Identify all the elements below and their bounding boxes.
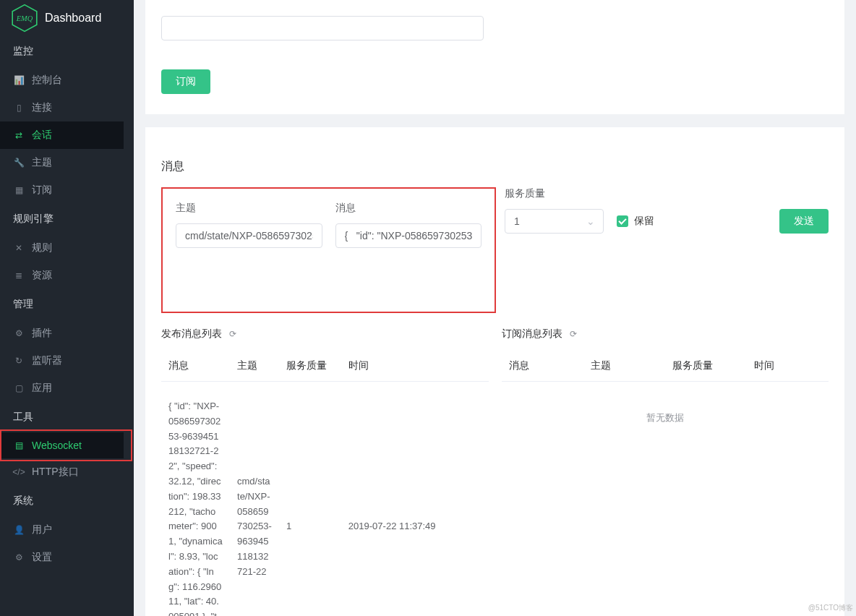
sidebar-item-label: 规则 <box>32 241 52 254</box>
retain-label: 保留 <box>634 215 654 228</box>
sidebar-item-websocket[interactable]: ▤Websocket <box>0 432 124 458</box>
sidebar-item-label: 监听器 <box>32 354 62 367</box>
sidebar-item-label: 资源 <box>32 269 52 282</box>
rss-icon: ▦ <box>13 184 25 196</box>
brand-logo-icon: EMQ <box>10 4 39 33</box>
publish-list: 发布消息列表 ⟳ 消息 主题 服务质量 时间 <box>161 328 489 616</box>
sidebar-section-tools: 工具 <box>0 402 124 432</box>
sidebar-item-label: 用户 <box>32 523 52 536</box>
retain-checkbox[interactable] <box>617 215 628 227</box>
subscribe-list: 订阅消息列表 ⟳ 消息 主题 服务质量 时间 <box>502 328 829 616</box>
swap-icon: ⇄ <box>13 129 25 141</box>
sidebar-section-rules: 规则引擎 <box>0 204 124 234</box>
sidebar-section-monitor: 监控 <box>0 36 124 67</box>
cell-time: 2019-07-22 11:37:49 <box>341 382 489 617</box>
sidebar: EMQ Dashboard 监控 📊控制台 ▯连接 ⇄会话 🔧主题 ▦订阅 规则… <box>0 0 134 616</box>
sidebar-item-plugins[interactable]: ⚙插件 <box>0 320 124 347</box>
qos-select[interactable] <box>505 209 604 234</box>
col-msg: 消息 <box>161 351 230 382</box>
list-icon: ≣ <box>13 270 25 281</box>
col-topic: 主题 <box>230 351 279 382</box>
subscribe-table: 消息 主题 服务质量 时间 暂无数据 <box>502 351 829 455</box>
cell-qos: 1 <box>279 382 341 617</box>
brand-title: Dashboard <box>45 12 101 25</box>
qos-label: 服务质量 <box>505 187 604 200</box>
message-card: 消息 主题 消息 <box>145 127 844 616</box>
topic-label: 主题 <box>176 202 322 215</box>
app-icon: ▢ <box>13 382 25 394</box>
sidebar-item-label: 主题 <box>32 156 52 169</box>
subscribe-card-fragment: 订阅 <box>145 0 844 114</box>
col-qos: 服务质量 <box>665 351 747 382</box>
sidebar-item-console[interactable]: 📊控制台 <box>0 67 124 94</box>
message-label: 消息 <box>335 202 482 215</box>
refresh-icon[interactable]: ⟳ <box>570 329 577 339</box>
refresh-icon[interactable]: ⟳ <box>229 329 236 339</box>
cell-topic: cmd/state/NXP-058659730253-9639451181327… <box>230 382 279 617</box>
col-time: 时间 <box>341 351 489 382</box>
empty-row: 暂无数据 <box>502 382 829 455</box>
publish-table: 消息 主题 服务质量 时间 { "id": "NXP-058659730253-… <box>161 351 489 616</box>
svg-text:EMQ: EMQ <box>16 14 33 22</box>
bar-chart-icon: 📊 <box>13 74 25 86</box>
sidebar-item-label: Websocket <box>32 440 82 451</box>
sidebar-item-apps[interactable]: ▢应用 <box>0 375 124 402</box>
user-icon: 👤 <box>13 524 25 536</box>
sidebar-item-topic[interactable]: 🔧主题 <box>0 149 124 176</box>
subscribe-topic-input[interactable] <box>161 16 484 40</box>
col-topic: 主题 <box>583 351 665 382</box>
sidebar-item-label: 设置 <box>32 551 52 564</box>
publish-list-title: 发布消息列表 <box>161 328 222 341</box>
websocket-icon: ▤ <box>13 440 25 451</box>
message-input[interactable] <box>335 223 482 248</box>
sidebar-item-http-api[interactable]: </>HTTP接口 <box>0 458 124 486</box>
sidebar-item-connection[interactable]: ▯连接 <box>0 94 124 121</box>
sidebar-item-resources[interactable]: ≣资源 <box>0 262 124 289</box>
gear-icon: ⚙ <box>13 552 25 563</box>
wrench-icon: 🔧 <box>13 157 25 168</box>
topic-input[interactable] <box>176 223 322 248</box>
empty-text: 暂无数据 <box>502 382 829 455</box>
sidebar-item-label: 插件 <box>32 327 52 340</box>
main-content: 订阅 消息 主题 消息 <box>134 0 856 616</box>
sidebar-item-users[interactable]: 👤用户 <box>0 516 124 544</box>
col-time: 时间 <box>747 351 829 382</box>
brand: EMQ Dashboard <box>0 0 124 36</box>
sidebar-item-settings[interactable]: ⚙设置 <box>0 544 124 571</box>
send-button[interactable]: 发送 <box>779 209 829 234</box>
col-qos: 服务质量 <box>279 351 341 382</box>
subscribe-button[interactable]: 订阅 <box>161 69 210 94</box>
sidebar-item-subscribe[interactable]: ▦订阅 <box>0 176 124 204</box>
refresh-icon: ↻ <box>13 355 25 367</box>
sidebar-item-rules[interactable]: ✕规则 <box>0 234 124 262</box>
shuffle-icon: ✕ <box>13 242 25 254</box>
message-highlight-frame: 主题 消息 <box>161 187 496 313</box>
message-card-header: 消息 <box>161 143 829 174</box>
col-msg: 消息 <box>502 351 583 382</box>
plugin-icon: ⚙ <box>13 328 25 339</box>
sidebar-section-manage: 管理 <box>0 289 124 320</box>
sidebar-item-label: 应用 <box>32 382 52 395</box>
sidebar-item-label: HTTP接口 <box>32 466 79 479</box>
code-icon: </> <box>13 466 25 478</box>
sidebar-item-label: 连接 <box>32 101 52 114</box>
cell-msg: { "id": "NXP-058659730253-96394511813272… <box>161 382 230 617</box>
table-row: { "id": "NXP-058659730253-96394511813272… <box>161 382 489 617</box>
sidebar-section-system: 系统 <box>0 486 124 516</box>
sidebar-item-label: 订阅 <box>32 184 52 197</box>
sidebar-item-session[interactable]: ⇄会话 <box>0 121 124 149</box>
sidebar-item-listeners[interactable]: ↻监听器 <box>0 347 124 375</box>
subscribe-list-title: 订阅消息列表 <box>502 328 562 341</box>
device-icon: ▯ <box>13 102 25 114</box>
sidebar-item-label: 会话 <box>32 129 52 142</box>
sidebar-item-label: 控制台 <box>32 74 62 87</box>
